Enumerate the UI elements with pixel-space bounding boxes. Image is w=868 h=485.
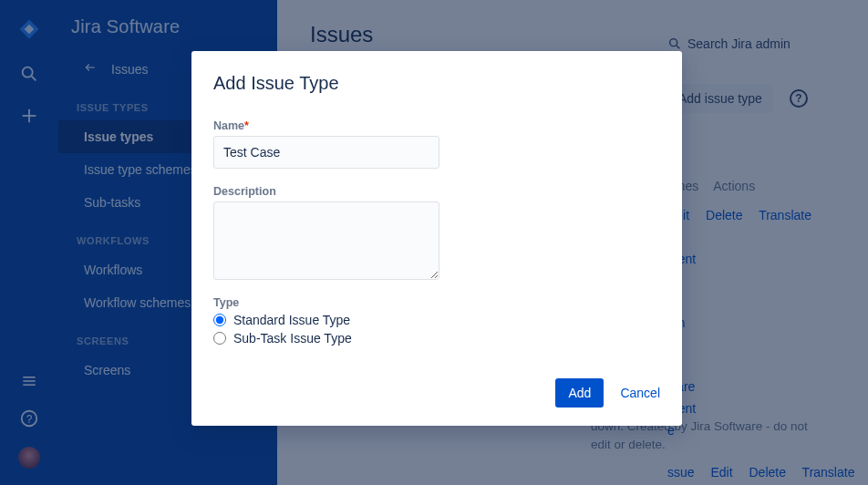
type-standard-label: Standard Issue Type	[233, 313, 350, 327]
type-subtask-radio[interactable]	[213, 332, 226, 345]
type-subtask-label: Sub-Task Issue Type	[233, 331, 352, 346]
add-button[interactable]: Add	[555, 378, 604, 408]
type-standard-radio[interactable]	[213, 314, 226, 326]
modal-title: Add Issue Type	[213, 73, 660, 94]
name-label: Name*	[213, 119, 660, 132]
add-issue-type-modal: Add Issue Type Name* Description Type St…	[191, 51, 682, 426]
name-input[interactable]	[213, 136, 439, 169]
cancel-button[interactable]: Cancel	[620, 386, 660, 400]
description-textarea[interactable]	[213, 201, 439, 280]
type-label: Type	[213, 296, 660, 309]
description-label: Description	[213, 185, 660, 198]
